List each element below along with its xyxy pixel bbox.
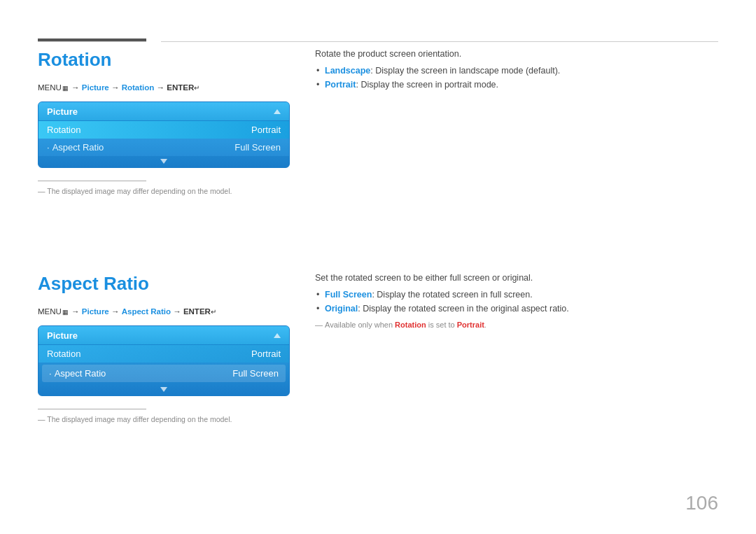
- picture-box-2-footer: [38, 384, 289, 395]
- menu-enter-2: ENTER: [183, 307, 211, 316]
- top-border-line-left: [38, 41, 146, 42]
- section2-left: Aspect Ratio MENU▦ → Picture → Aspect Ra…: [38, 273, 290, 423]
- aspect-dot-2: ·: [49, 368, 52, 379]
- arrow-up-icon-1: [274, 109, 281, 114]
- rotation-value-1: Portrait: [251, 125, 281, 135]
- landscape-text: : Display the screen in landscape mode (…: [370, 66, 560, 76]
- term-portrait: Portrait: [325, 80, 356, 90]
- bullet-portrait: Portrait: Display the screen in portrait…: [315, 80, 718, 90]
- section2-bullets: Full Screen: Display the rotated screen …: [315, 290, 718, 314]
- divider-1: [38, 181, 146, 181]
- section2-right: Set the rotated screen to be either full…: [315, 273, 718, 329]
- picture-box-1-footer: [38, 156, 289, 167]
- picture-box-2: Picture Rotation Portrait · Aspect Ratio…: [38, 325, 290, 396]
- section1-bullets: Landscape: Display the screen in landsca…: [315, 66, 718, 90]
- available-prefix: Available only when: [325, 321, 395, 329]
- picture-label-2: Picture: [47, 330, 78, 341]
- term-fullscreen: Full Screen: [325, 290, 372, 300]
- section1-intro: Rotate the product screen orientation.: [315, 49, 718, 59]
- rotation-label-2: Rotation: [47, 349, 80, 359]
- available-rotation: Rotation: [395, 321, 426, 329]
- section1-right: Rotate the product screen orientation. L…: [315, 49, 718, 97]
- menu-icon: ▦: [62, 85, 69, 92]
- menu-prefix: MENU: [38, 83, 62, 92]
- section2-intro: Set the rotated screen to be either full…: [315, 273, 718, 283]
- portrait-text: : Display the screen in portrait mode.: [356, 80, 498, 90]
- term-original: Original: [325, 304, 358, 314]
- arrow-up-icon-2: [274, 333, 281, 338]
- divider-2: [38, 409, 146, 409]
- note-1: — The displayed image may differ dependi…: [38, 187, 290, 195]
- page-number: 106: [685, 492, 718, 514]
- aspect-value-1: Full Screen: [234, 142, 281, 153]
- arrow-down-icon-2: [160, 387, 167, 392]
- section1-left: Rotation MENU▦ → Picture → Rotation → EN…: [38, 49, 290, 195]
- arrow-down-icon-1: [160, 159, 167, 164]
- rotation-label-1: Rotation: [47, 125, 80, 135]
- picture-row-rotation-1: Rotation Portrait: [38, 121, 289, 139]
- menu-picture: Picture: [82, 83, 109, 92]
- menu-picture-2: Picture: [82, 307, 109, 316]
- picture-row-aspect-1: · Aspect Ratio Full Screen: [38, 139, 289, 156]
- section2-menu-path: MENU▦ → Picture → Aspect Ratio → ENTER↵: [38, 307, 290, 316]
- bullet-fullscreen: Full Screen: Display the rotated screen …: [315, 290, 718, 300]
- picture-box-2-header: Picture: [38, 326, 289, 345]
- picture-row-rotation-2: Rotation Portrait: [38, 345, 289, 363]
- rotation-value-2: Portrait: [251, 349, 281, 359]
- menu-enter: ENTER: [167, 83, 194, 92]
- menu-aspect-ratio: Aspect Ratio: [122, 307, 171, 316]
- section1-title: Rotation: [38, 49, 290, 71]
- note-2: — The displayed image may differ dependi…: [38, 415, 290, 423]
- aspect-label-2: Aspect Ratio: [55, 368, 233, 379]
- picture-box-1: Picture Rotation Portrait · Aspect Ratio…: [38, 101, 290, 168]
- original-text: : Display the rotated screen in the orig…: [358, 304, 569, 314]
- section1-menu-path: MENU▦ → Picture → Rotation → ENTER↵: [38, 83, 290, 92]
- fullscreen-text: : Display the rotated screen in full scr…: [372, 290, 532, 300]
- aspect-dot-1: ·: [47, 142, 50, 153]
- available-note: Available only when Rotation is set to P…: [315, 321, 718, 329]
- top-border-line: [161, 41, 718, 42]
- picture-row-aspect-2: · Aspect Ratio Full Screen: [42, 365, 286, 382]
- aspect-label-1: Aspect Ratio: [52, 142, 235, 153]
- menu-icon-2: ▦: [62, 309, 69, 316]
- picture-box-1-header: Picture: [38, 102, 289, 121]
- aspect-value-2: Full Screen: [232, 368, 279, 379]
- available-mid: is set to: [426, 321, 457, 329]
- menu-rotation: Rotation: [122, 83, 155, 92]
- term-landscape: Landscape: [325, 66, 370, 76]
- picture-label-1: Picture: [47, 106, 78, 117]
- bullet-original: Original: Display the rotated screen in …: [315, 304, 718, 314]
- menu-prefix-2: MENU: [38, 307, 62, 316]
- bullet-landscape: Landscape: Display the screen in landsca…: [315, 66, 718, 76]
- section2-title: Aspect Ratio: [38, 273, 290, 295]
- available-portrait: Portrait: [457, 321, 484, 329]
